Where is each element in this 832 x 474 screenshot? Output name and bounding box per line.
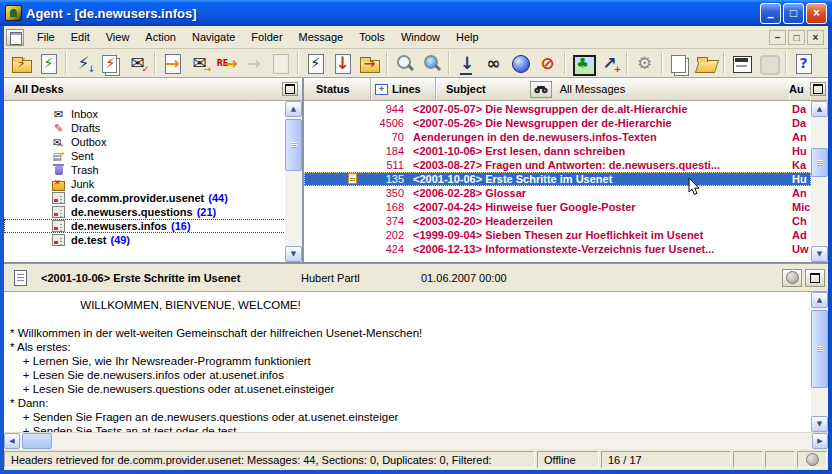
scroll-thumb[interactable]	[811, 148, 828, 177]
mdi-close-button[interactable]: ×	[807, 30, 824, 45]
window-layout-icon[interactable]	[729, 52, 754, 75]
column-lines[interactable]: +Lines	[371, 78, 436, 100]
list-scrollbar[interactable]: ▲ ▼	[811, 101, 828, 262]
maximize-icon: □	[790, 6, 797, 20]
menu-edit[interactable]: Edit	[63, 26, 98, 48]
stop-icon-button[interactable]	[782, 269, 802, 287]
tree-scrollbar[interactable]: ▲ ▼	[285, 101, 302, 262]
connection-status[interactable]: Offline	[537, 451, 599, 468]
watch-thread-icon[interactable]: ∞	[481, 52, 506, 75]
scroll-right-icon[interactable]: ▶	[812, 433, 828, 449]
folder-item-inbox[interactable]: Inbox	[4, 107, 302, 121]
mdi-system-icon[interactable]	[6, 29, 24, 46]
folder-item-sent[interactable]: Sent	[4, 149, 302, 163]
send-email-icon[interactable]: ✉→	[187, 52, 212, 75]
message-row[interactable]: 511<2003-08-27> Fragen und Antworten: de…	[304, 158, 811, 172]
newsgroup-item[interactable]: de.comm.provider.usenet(44)	[4, 191, 302, 205]
launch-url-icon[interactable]: ↗+	[597, 52, 622, 75]
get-headers-icon[interactable]: ⚡↓	[71, 52, 96, 75]
scroll-thumb[interactable]	[22, 433, 52, 449]
save-article-icon[interactable]: ↓	[330, 52, 355, 75]
help-icon[interactable]: ?	[791, 52, 816, 75]
menu-message[interactable]: Message	[291, 26, 352, 48]
window-title: Agent - [de.newusers.infos]	[26, 6, 760, 21]
menu-folder[interactable]: Folder	[243, 26, 290, 48]
mdi-minimize-button[interactable]: –	[769, 30, 786, 45]
scroll-up-icon[interactable]: ▲	[811, 292, 828, 308]
ignore-thread-icon[interactable]	[508, 52, 533, 75]
preferences-icon[interactable]: ⚙	[632, 52, 657, 75]
message-row[interactable]: 184<2001-10-06> Erst lesen, dann schreib…	[304, 144, 811, 158]
folder-item-drafts[interactable]: Drafts	[4, 121, 302, 135]
horizontal-scrollbar[interactable]: ◀ ▶	[4, 432, 828, 449]
folder-item-junk[interactable]: Junk	[4, 177, 302, 191]
forward-icon[interactable]: →	[241, 52, 266, 75]
copy-messages-icon[interactable]	[667, 52, 692, 75]
menu-view[interactable]: View	[98, 26, 138, 48]
message-row[interactable]: 202<1999-09-04> Sieben Thesen zur Hoefli…	[304, 228, 811, 242]
column-status[interactable]: Status	[304, 78, 371, 100]
expand-thread-icon: +	[375, 84, 388, 95]
close-button[interactable]: ×	[806, 3, 827, 24]
folder-item-trash[interactable]: Trash	[4, 163, 302, 177]
scroll-up-icon[interactable]: ▲	[285, 101, 302, 117]
mdi-restore-button[interactable]: □	[788, 30, 805, 45]
get-new-selected-icon[interactable]: ⚡	[36, 52, 61, 75]
maximize-pane-button[interactable]	[805, 269, 825, 287]
menu-window[interactable]: Window	[393, 26, 448, 48]
file-in-folder-icon[interactable]: →	[357, 52, 382, 75]
skip-next-icon[interactable]: ↓	[454, 52, 479, 75]
maximize-pane-button[interactable]	[810, 82, 826, 96]
scroll-down-icon[interactable]: ▼	[811, 246, 828, 262]
newsgroup-item[interactable]: de.test(49)	[4, 233, 302, 247]
message-row[interactable]: 944<2007-05-07> Die Newsgruppen der de.a…	[304, 102, 811, 116]
newsgroup-icon	[52, 206, 65, 218]
get-new-usenet-icon[interactable]: ⚡	[9, 52, 34, 75]
message-row-selected[interactable]: 135<2001-10-06> Erste Schritte im Usenet…	[304, 172, 811, 186]
folders-panel-header: All Desks	[4, 78, 302, 101]
get-new-email-icon[interactable]: ✉✓	[125, 52, 150, 75]
get-marked-bodies-icon[interactable]: ⚡	[98, 52, 123, 75]
status-bar: Headers retrieved for de.comm.provider.u…	[4, 449, 828, 470]
note-icon	[348, 173, 357, 184]
minimize-button[interactable]: –	[760, 3, 781, 24]
open-folder-icon[interactable]	[694, 52, 719, 75]
message-row[interactable]: 4506<2007-05-26> Die Newsgruppen der de-…	[304, 116, 811, 130]
scroll-up-icon[interactable]: ▲	[811, 101, 828, 117]
scroll-thumb[interactable]	[811, 310, 828, 388]
post-article-icon[interactable]: →	[160, 52, 185, 75]
column-subject[interactable]: Subject All Messages	[436, 78, 789, 100]
menu-file[interactable]: File	[29, 26, 63, 48]
column-author[interactable]: Au	[789, 78, 810, 100]
message-row[interactable]: 168<2007-04-24> Hinweise fuer Google-Pos…	[304, 200, 811, 214]
forward-attachment-icon[interactable]	[268, 52, 293, 75]
view-image-icon[interactable]: ♣	[570, 52, 595, 75]
message-row[interactable]: 424<2006-12-13> Informationstexte-Verzei…	[304, 242, 811, 256]
menu-navigate[interactable]: Navigate	[184, 26, 243, 48]
scroll-thumb[interactable]	[285, 119, 302, 171]
message-row[interactable]: 374<2003-02-20> HeaderzeilenCh	[304, 214, 811, 228]
kill-thread-icon[interactable]: ⊘	[535, 52, 560, 75]
search-web-icon[interactable]	[419, 52, 444, 75]
menu-action[interactable]: Action	[137, 26, 184, 48]
message-row[interactable]: 70Aenderungen in den de.newusers.infos-T…	[304, 130, 811, 144]
body-scrollbar[interactable]: ▲ ▼	[811, 292, 828, 432]
scroll-left-icon[interactable]: ◀	[4, 433, 20, 449]
message-row[interactable]: 350<2006-02-28> GlossarAn	[304, 186, 811, 200]
filter-binoculars-button[interactable]	[530, 81, 552, 98]
newsgroup-item[interactable]: de.newusers.questions(21)	[4, 205, 302, 219]
get-body-icon[interactable]: ⚡	[303, 52, 328, 75]
find-icon[interactable]	[392, 52, 417, 75]
scroll-down-icon[interactable]: ▼	[285, 246, 302, 262]
stop-tasks-icon[interactable]	[756, 52, 781, 75]
folder-item-outbox[interactable]: Outbox	[4, 135, 302, 149]
menu-tools[interactable]: Tools	[351, 26, 393, 48]
message-filter-dropdown[interactable]: All Messages	[560, 83, 625, 95]
maximize-pane-button[interactable]	[282, 82, 298, 96]
message-list-panel: Status +Lines Subject All Messages Au 94…	[304, 78, 828, 262]
scroll-down-icon[interactable]: ▼	[811, 416, 828, 432]
followup-reply-icon[interactable]: RE→	[214, 52, 239, 75]
maximize-button[interactable]: □	[783, 3, 804, 24]
newsgroup-item-selected[interactable]: de.newusers.infos(16)	[4, 219, 302, 233]
menu-help[interactable]: Help	[448, 26, 487, 48]
